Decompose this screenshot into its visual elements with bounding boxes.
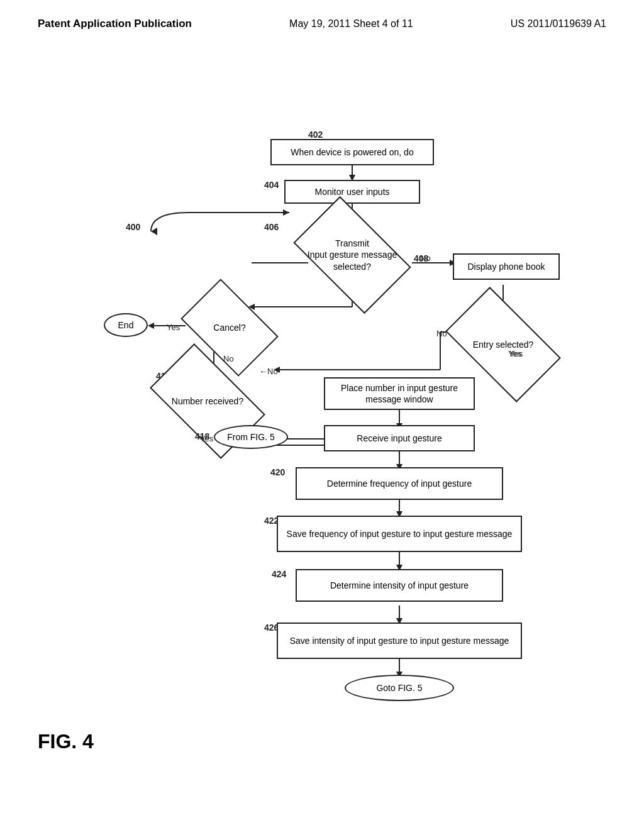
node-416-text: Place number in input gesture message wi… [325,382,474,405]
label-404: 404 [264,180,279,190]
label-424-num: 424 [272,569,286,579]
node-426: Save intensity of input gesture to input… [277,622,522,659]
node-end-text: End [118,320,134,330]
label-408: 408 [414,253,428,263]
node-cancel: Cancel? [189,299,270,356]
node-404: Monitor user inputs [284,180,420,204]
publication-date-sheet: May 19, 2011 Sheet 4 of 11 [192,18,511,30]
node-cancel-text: Cancel? [213,322,245,333]
label-cancel-no: No [223,354,234,363]
node-418: Receive input gesture [324,425,475,451]
node-422: Save frequency of input gesture to input… [277,516,522,552]
publication-number: US 2011/0119639 A1 [511,18,606,30]
node-408: Display phone book [453,253,560,280]
node-406: TransmitInput gesture messageselected? [302,222,402,288]
label-416-yes: Yes [508,349,521,358]
node-404-text: Monitor user inputs [314,186,389,197]
node-402: When device is powered on, do [270,139,434,165]
node-406-text: TransmitInput gesture messageselected? [308,238,397,272]
node-goto-fig5: Goto FIG. 5 [345,675,454,701]
svg-marker-17 [148,323,154,329]
node-from-fig5: From FIG. 5 [214,425,288,449]
label-402: 402 [308,130,323,140]
diagram-area: 402 When device is powered on, do 404 Mo… [0,36,644,772]
node-408-text: Display phone book [468,261,545,272]
publication-title: Patent Application Publication [38,18,192,30]
bracket-svg [113,206,314,257]
svg-marker-40 [283,209,289,216]
node-412: Number received? [157,370,258,433]
page-header: Patent Application Publication May 19, 2… [0,0,644,36]
label-408-text: 408 [414,253,428,263]
node-424: Determine intensity of input gesture [296,569,503,602]
figure-label: FIG. 4 [38,730,94,753]
node-410: Entry selected? [453,313,553,376]
node-426-text: Save intensity of input gesture to input… [290,635,509,646]
label-412-no: ←No [259,367,278,376]
node-end: End [104,313,148,337]
node-424-text: Determine intensity of input gesture [330,580,469,591]
label-424: 424 [272,569,286,579]
svg-marker-41 [151,228,157,235]
label-420-num: 420 [270,467,285,477]
label-420: 420 [270,467,285,477]
node-412-text: Number received? [172,396,243,407]
label-cancel-yes: Yes [167,323,180,332]
node-418-text: Receive input gesture [357,433,441,444]
node-410-text: Entry selected? [473,339,534,350]
node-from-fig5-text: From FIG. 5 [227,432,274,442]
node-422-text: Save frequency of input gesture to input… [287,528,513,540]
node-goto-fig5-text: Goto FIG. 5 [376,683,422,693]
label-418: 418 [195,431,209,441]
node-420: Determine frequency of input gesture [296,467,503,500]
node-416: Place number in input gesture message wi… [324,377,475,410]
label-410-no: No [436,329,447,338]
node-420-text: Determine frequency of input gesture [327,478,472,489]
node-402-text: When device is powered on, do [291,147,413,158]
label-418-num: 418 [195,431,209,441]
